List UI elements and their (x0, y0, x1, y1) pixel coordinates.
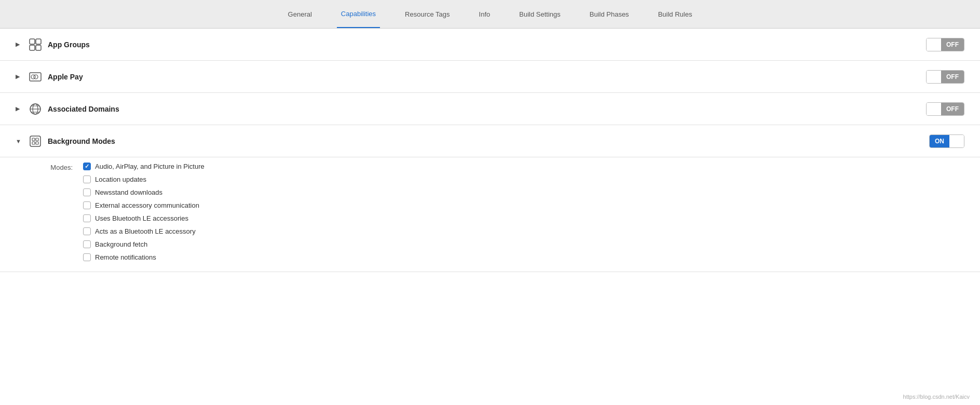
svg-rect-2 (30, 45, 35, 50)
app-groups-arrow[interactable]: ▶ (16, 41, 23, 48)
background-modes-title: Background Modes (48, 137, 115, 145)
background-modes-icon (28, 134, 43, 148)
app-groups-icon (28, 37, 43, 52)
mode-background-fetch-checkbox[interactable] (83, 240, 91, 248)
background-modes-left: ▼ Background Modes (16, 134, 115, 148)
mode-background-fetch: Background fetch (83, 240, 205, 248)
svg-point-6 (34, 75, 38, 79)
svg-rect-15 (32, 142, 35, 144)
mode-external-accessory: External accessory communication (83, 201, 205, 209)
associated-domains-row: ▶ Associated Domains OFF (0, 93, 980, 125)
tab-capabilities[interactable]: Capabilities (337, 0, 380, 28)
tab-build-phases[interactable]: Build Phases (586, 0, 633, 28)
tab-bar: General Capabilities Resource Tags Info … (0, 0, 980, 29)
app-groups-left: ▶ App Groups (16, 37, 90, 52)
svg-rect-0 (30, 39, 35, 44)
mode-newsstand-label: Newsstand downloads (95, 188, 162, 196)
watermark: https://blog.csdn.net/Kaicv (903, 394, 970, 400)
app-groups-row: ▶ App Groups OFF (0, 29, 980, 61)
modes-area: Modes: Audio, AirPlay, and Picture in Pi… (16, 157, 964, 261)
mode-audio-label: Audio, AirPlay, and Picture in Picture (95, 163, 205, 170)
mode-remote-notifications-checkbox[interactable] (83, 253, 91, 261)
mode-external-accessory-label: External accessory communication (95, 201, 199, 209)
tab-general[interactable]: General (284, 0, 316, 28)
apple-pay-row: ▶ Apple Pay OFF (0, 61, 980, 93)
mode-external-accessory-checkbox[interactable] (83, 201, 91, 209)
mode-bluetooth-le-checkbox[interactable] (83, 214, 91, 222)
mode-location: Location updates (83, 176, 205, 183)
modes-label: Modes: (42, 163, 73, 261)
tab-info[interactable]: Info (475, 0, 495, 28)
associated-domains-title: Associated Domains (48, 105, 119, 113)
svg-rect-14 (36, 138, 38, 141)
apple-pay-toggle[interactable]: OFF (926, 70, 964, 84)
svg-rect-13 (32, 138, 35, 141)
mode-newsstand: Newsstand downloads (83, 188, 205, 196)
mode-bluetooth-le-label: Uses Bluetooth LE accessories (95, 214, 188, 222)
mode-remote-notifications-label: Remote notifications (95, 253, 156, 261)
mode-location-checkbox[interactable] (83, 176, 91, 183)
associated-domains-left: ▶ Associated Domains (16, 102, 119, 116)
background-modes-arrow[interactable]: ▼ (16, 138, 23, 144)
mode-background-fetch-label: Background fetch (95, 240, 147, 248)
svg-rect-1 (36, 39, 41, 44)
background-modes-expanded: Modes: Audio, AirPlay, and Picture in Pi… (0, 157, 980, 272)
svg-rect-16 (36, 142, 38, 144)
app-groups-title: App Groups (48, 40, 90, 49)
associated-domains-arrow[interactable]: ▶ (16, 105, 23, 112)
mode-bluetooth-le-accessory-checkbox[interactable] (83, 227, 91, 235)
mode-bluetooth-le-accessory: Acts as a Bluetooth LE accessory (83, 227, 205, 235)
apple-pay-left: ▶ Apple Pay (16, 70, 83, 84)
associated-domains-toggle[interactable]: OFF (926, 102, 964, 116)
associated-domains-icon (28, 102, 43, 116)
mode-bluetooth-le: Uses Bluetooth LE accessories (83, 214, 205, 222)
mode-remote-notifications: Remote notifications (83, 253, 205, 261)
capabilities-content: ▶ App Groups OFF ▶ (0, 29, 980, 405)
app-groups-toggle[interactable]: OFF (926, 38, 964, 51)
modes-list: Audio, AirPlay, and Picture in Picture L… (83, 163, 205, 261)
tab-resource-tags[interactable]: Resource Tags (401, 0, 454, 28)
background-modes-toggle[interactable]: ON (929, 134, 964, 148)
mode-newsstand-checkbox[interactable] (83, 188, 91, 196)
mode-bluetooth-le-accessory-label: Acts as a Bluetooth LE accessory (95, 227, 196, 235)
svg-rect-12 (30, 136, 40, 146)
tab-build-rules[interactable]: Build Rules (654, 0, 697, 28)
apple-pay-arrow[interactable]: ▶ (16, 73, 23, 80)
mode-audio-checkbox[interactable] (83, 163, 91, 170)
apple-pay-icon (28, 70, 43, 84)
svg-rect-3 (36, 45, 41, 50)
background-modes-row: ▼ Background Modes ON (0, 125, 980, 157)
apple-pay-title: Apple Pay (48, 73, 83, 81)
mode-location-label: Location updates (95, 176, 146, 183)
tab-build-settings[interactable]: Build Settings (515, 0, 565, 28)
mode-audio: Audio, AirPlay, and Picture in Picture (83, 163, 205, 170)
